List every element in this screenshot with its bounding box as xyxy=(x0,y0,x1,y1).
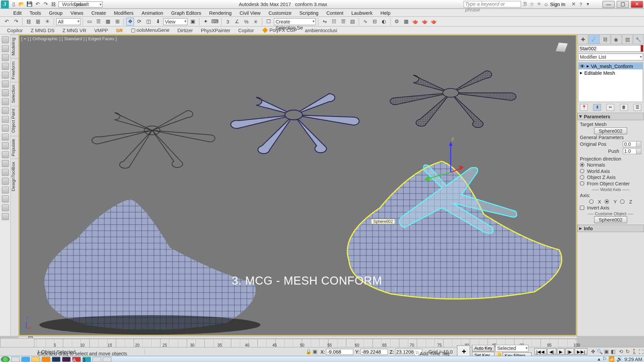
open-icon[interactable]: 📂 xyxy=(18,1,24,7)
stack-item-conform[interactable]: 👁▸ VA_mesh_Conform xyxy=(579,63,643,69)
taskbar-app-3dsmax[interactable]: 3 xyxy=(82,357,91,362)
link-icon[interactable]: ⛓ xyxy=(50,1,56,7)
nav-roll-icon[interactable]: ↻ xyxy=(625,349,631,355)
selection-filter-dropdown[interactable]: All xyxy=(56,18,80,25)
invert-axis-checkbox[interactable] xyxy=(580,205,584,210)
plugin-zmngvr[interactable]: Z MNG VR xyxy=(62,27,86,33)
rail-icon-11[interactable] xyxy=(2,125,9,132)
minimize-button[interactable]: — xyxy=(602,1,615,8)
tray-clock[interactable]: 9:29 AM xyxy=(625,357,642,362)
rotate-button[interactable]: ⟳ xyxy=(136,17,144,25)
taskbar-app-folder[interactable] xyxy=(32,357,40,362)
percent-snap-button[interactable]: % xyxy=(243,17,251,25)
section-freeform[interactable]: Freeform xyxy=(11,58,18,82)
taskbar-app-other[interactable] xyxy=(103,357,111,362)
menu-tools[interactable]: Tools xyxy=(30,10,41,15)
plugin-ao[interactable]: ambientocclusi xyxy=(305,27,337,33)
taskbar-app-ae[interactable] xyxy=(62,357,71,362)
radio-normals[interactable] xyxy=(580,163,584,167)
maximize-button[interactable]: ▢ xyxy=(616,1,629,8)
nav-orbit-icon[interactable]: ⟲ xyxy=(618,349,624,355)
redo-icon[interactable]: ↷ xyxy=(43,1,49,7)
menu-group[interactable]: Group xyxy=(49,10,62,15)
tab-utilities[interactable]: 🔧 xyxy=(633,35,644,44)
show-result-button[interactable]: Ⅱ xyxy=(593,104,601,111)
play-button[interactable]: ▶ xyxy=(557,348,565,355)
mirror-button[interactable]: ⇋ xyxy=(321,17,329,25)
select-object-button[interactable]: ▭ xyxy=(86,17,94,25)
menu-animation[interactable]: Animation xyxy=(142,10,163,15)
place-button[interactable]: ⬇ xyxy=(154,17,162,25)
push-spinner[interactable]: 1.0 xyxy=(623,148,641,154)
render-frame-button[interactable]: ▦ xyxy=(402,17,410,25)
save-icon[interactable]: 💾 xyxy=(26,1,33,7)
menu-content[interactable]: Content xyxy=(326,10,343,15)
plugin-copitor[interactable]: Copitor xyxy=(7,27,23,33)
viewport-label[interactable]: [ + ] [ Orthographic ] [ Standard ] [ Ed… xyxy=(21,36,117,41)
eye-icon[interactable]: 👁 xyxy=(580,63,585,69)
menu-civilview[interactable]: Civil View xyxy=(239,10,261,15)
render-setup-button[interactable]: ⚙ xyxy=(393,17,401,25)
rail-icon-19[interactable] xyxy=(2,195,9,202)
taskbar-app-ps[interactable] xyxy=(52,357,60,362)
bind-button[interactable]: ✳ xyxy=(43,17,51,25)
rail-icon-2[interactable] xyxy=(2,45,9,52)
rail-icon-4[interactable] xyxy=(2,63,9,70)
help-icon[interactable]: ? xyxy=(578,1,584,7)
tab-hierarchy[interactable]: ⛓ xyxy=(599,35,610,44)
render-iter-button[interactable]: 🫖 xyxy=(430,17,438,25)
rail-icon-5[interactable] xyxy=(2,72,9,79)
keymode-button[interactable]: ⌨ xyxy=(211,17,219,25)
render-ao-button[interactable]: 🫖 xyxy=(421,17,429,25)
rail-icon-21[interactable] xyxy=(2,213,9,220)
nav-maximize-icon[interactable]: ⛶ xyxy=(638,349,644,355)
tray-up-icon[interactable]: ▴ xyxy=(598,356,600,362)
search-input[interactable]: Type a keyword or phrase xyxy=(464,1,521,8)
rail-icon-12[interactable] xyxy=(2,133,9,140)
section-designtoolbox[interactable]: DesignToolBox xyxy=(11,159,18,194)
add-time-tag[interactable]: Add Time Tag xyxy=(420,351,449,356)
section-modeling[interactable]: Modeling xyxy=(11,35,18,58)
tray-flag-icon[interactable]: ⚐ xyxy=(602,356,607,362)
ref-coord-dropdown[interactable]: View xyxy=(163,18,188,25)
rail-icon-8[interactable] xyxy=(2,98,9,105)
nav-fov-icon[interactable]: ◧ xyxy=(610,349,616,355)
remove-mod-button[interactable]: 🗑 xyxy=(620,104,628,111)
radio-objectz[interactable] xyxy=(580,175,584,179)
tray-net-icon[interactable]: 📶 xyxy=(608,356,614,362)
menu-rendering[interactable]: Rendering xyxy=(209,10,232,15)
star-icon[interactable]: ☆ xyxy=(529,1,535,7)
nav-walk-icon[interactable]: 🚶 xyxy=(631,349,637,355)
next-frame-button[interactable]: |▶ xyxy=(565,348,574,355)
plugin-toolsmenu[interactable]: ▢ oolsMenuGene xyxy=(131,27,170,33)
nsel-button[interactable]: ☐ xyxy=(265,17,273,25)
target-mesh-button[interactable]: Sphere002 xyxy=(594,127,627,134)
new-icon[interactable]: ▯ xyxy=(11,1,17,7)
modifier-list-dropdown[interactable]: Modifier List xyxy=(578,54,643,61)
curve-editor-button[interactable]: ∿ xyxy=(361,17,369,25)
rail-icon-16[interactable] xyxy=(2,169,9,176)
menu-modifiers[interactable]: Modifiers xyxy=(114,10,133,15)
tab-create[interactable]: ✚ xyxy=(577,35,588,44)
radio-axis-z[interactable] xyxy=(620,199,625,204)
tray-vol-icon[interactable]: 🔊 xyxy=(616,356,623,362)
radio-worldaxis[interactable] xyxy=(580,169,584,173)
section-selection[interactable]: Selection xyxy=(11,82,18,106)
material-button[interactable]: ◐ xyxy=(380,17,388,25)
pivot-button[interactable]: ▣ xyxy=(189,17,197,25)
schematic-button[interactable]: ⊟ xyxy=(371,17,379,25)
object-color-swatch[interactable] xyxy=(641,45,643,52)
close-button[interactable]: ✕ xyxy=(631,1,643,8)
star2-icon[interactable]: ✧ xyxy=(536,1,542,7)
nav-zoom-icon[interactable]: 🔍 xyxy=(597,349,603,355)
rail-icon-18[interactable] xyxy=(2,186,9,193)
undo-button[interactable]: ↶ xyxy=(3,17,11,25)
rollout-info-header[interactable]: ▸ Info xyxy=(577,225,644,232)
goto-start-button[interactable]: |◀◀ xyxy=(534,348,547,355)
align-button[interactable]: ☷ xyxy=(330,17,338,25)
object-name-field[interactable] xyxy=(578,45,641,52)
radio-axis-y[interactable] xyxy=(605,199,609,204)
taskbar-app-explorer[interactable] xyxy=(11,357,20,362)
radio-axis-x[interactable] xyxy=(589,199,593,204)
undo-icon[interactable]: ↶ xyxy=(35,1,41,7)
